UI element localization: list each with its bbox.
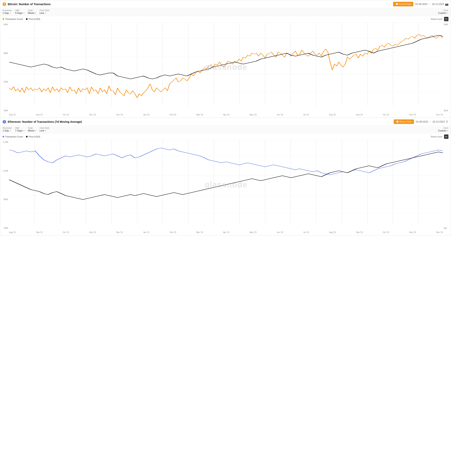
chart2-resolution-select[interactable]: 1 Day ▼ [3, 129, 12, 132]
chart1-date-from: 01-08-2022 [415, 3, 427, 6]
chart1-camera-btn[interactable]: 📷 [444, 17, 448, 21]
x2-aug22: Aug '22 [9, 231, 16, 233]
chart1-style-value: Line [39, 12, 44, 14]
chart2-date-to: 16-12-2023 [432, 120, 445, 123]
chart2-sma-group: SMA 7 Days ▼ [15, 127, 25, 132]
chart2-area: 1.14M 1.02M 900K 780K $1k Aug '22 Sep '2… [0, 140, 451, 235]
calendar-icon[interactable]: 📷 [445, 3, 448, 6]
chart1-style-group: Chart Style Line ▼ [39, 9, 49, 14]
chart1-scale-select[interactable]: Mixed ▼ [28, 12, 37, 14]
chart1-sma-select[interactable]: 0 Days ▼ [15, 12, 25, 14]
chart1-controls: Resolution 1 Day ▼ SMA 0 Days ▼ Scale Mi… [0, 8, 451, 16]
eth-icon: Ξ [3, 120, 6, 124]
chart1-scale-group: Scale Mixed ▼ [28, 9, 37, 14]
chart2-header: Ξ Ethereum: Number of Transactions (7d M… [0, 118, 451, 126]
chart1-resolution-select[interactable]: 1 Day ▼ [3, 12, 12, 14]
chart1-zoom-value: Custom [438, 12, 446, 14]
x2-dec22: Dec '22 [116, 231, 123, 233]
chart2-y-102m: 1.02M [3, 170, 8, 172]
chart2-price-dot [26, 136, 28, 138]
chart2-style-label: Chart Style [39, 127, 49, 129]
chart2-recent-data-btn[interactable]: 🕐 Recent Data [394, 119, 414, 124]
x-sep23: Sep '23 [356, 114, 363, 116]
chart2-date-from: 01-08-2022 [416, 120, 428, 123]
x-dec23: Dec '23 [436, 114, 443, 116]
chart2-scale-value: Mixed [28, 129, 34, 132]
calendar2-icon[interactable]: 🗓 [446, 120, 448, 123]
chart1-zoom-control: Zoom Custom ▼ [438, 9, 448, 14]
chart1-svg-area: glassnode [9, 22, 443, 112]
x2-may23: May '23 [250, 231, 257, 233]
x-jun23: Jun '23 [277, 114, 283, 116]
x2-mar23: Mar '23 [196, 231, 203, 233]
x2-oct23: Oct '23 [383, 231, 389, 233]
chart1-tx-label: Transaction Count [5, 18, 23, 20]
chart2-scale-group: Scale Mixed ▼ [28, 127, 37, 132]
chart2-resolution-value: 1 Day [3, 129, 9, 132]
chart2-tx-dot [3, 136, 4, 138]
chart1-price-dot [26, 18, 28, 20]
x2-apr23: Apr '23 [223, 231, 229, 233]
x2-dec23: Dec '23 [436, 231, 443, 233]
chart1-sma-label: SMA [15, 9, 25, 12]
chart2-style-chevron-icon: ▼ [45, 130, 46, 132]
chart1-y-10k: $10k [444, 109, 448, 112]
chart2-sma-value: 7 Days [15, 129, 22, 132]
chart1-scale-label: Scale [28, 9, 37, 12]
chart2-zoom-select[interactable]: Custom ▼ [438, 129, 448, 132]
chart1-recent-data-btn[interactable]: 🕐 Recent Data [393, 2, 413, 6]
chart2-zoom-label: Zoom [443, 127, 448, 129]
x2-jan23: Jan '23 [143, 231, 149, 233]
chart2-x-axis: Aug '22 Sep '22 Oct '22 Nov '22 Dec '22 … [9, 229, 443, 235]
chart1-price-label: Price [USD] [29, 18, 40, 20]
chart1-y-640k: 640K [4, 23, 8, 25]
x2-aug23: Aug '23 [329, 231, 336, 233]
chart1-area: 640K 480K 320K 160K $40k $10k Aug '22 Se… [0, 22, 451, 118]
chart1-scale-value: Mixed [28, 12, 34, 14]
chart1-controls-left: Resolution 1 Day ▼ SMA 0 Days ▼ Scale Mi… [3, 9, 49, 14]
chart1-tx-dot [3, 18, 4, 20]
x-nov23: Nov '23 [409, 114, 416, 116]
x2-oct22: Oct '22 [63, 231, 69, 233]
x-feb23: Feb '23 [169, 114, 176, 116]
chart2-style-group: Chart Style Line ▼ [39, 127, 49, 132]
x-jul23: Jul '23 [303, 114, 309, 116]
chart1-header-right: 🕐 Recent Data 01-08-2022 → 16-12-2023 📷 [393, 2, 448, 6]
chart1-zoom-select[interactable]: Custom ▼ [438, 12, 448, 14]
chart2-sma-select[interactable]: 7 Days ▼ [15, 129, 25, 132]
chart2-sma-label: SMA [15, 127, 25, 129]
chart1-title-area: ₿ Bitcoin: Number of Transactions [3, 2, 50, 6]
chart2-date-range: 01-08-2022 → 16-12-2023 🗓 [416, 120, 448, 123]
chart1-svg [9, 22, 443, 112]
x-mar23: Mar '23 [196, 114, 203, 116]
chart2-style-select[interactable]: Line ▼ [39, 129, 49, 132]
chart1-resolution-label: Resolution [3, 9, 12, 12]
chart1-sma-group: SMA 0 Days ▼ [15, 9, 25, 14]
chart2-zoom-chevron-icon: ▼ [447, 130, 448, 132]
chart2-price-label: Price [USD] [29, 135, 40, 138]
x2-nov22: Nov '22 [89, 231, 96, 233]
chart2-camera-btn[interactable]: 📷 [444, 134, 448, 139]
chart2-resolution-label: Resolution [3, 127, 12, 129]
chart1-x-axis: Aug '22 Sep '22 Oct '22 Nov '22 Dec '22 … [9, 112, 443, 118]
chart1-reset-zoom[interactable]: Reset zoom 📷 [431, 17, 448, 21]
resolution-chevron-icon: ▼ [9, 12, 11, 14]
chart1-style-select[interactable]: Line ▼ [39, 12, 49, 14]
chart2-date-arrow: → [429, 120, 432, 123]
x2-sep22: Sep '22 [36, 231, 43, 233]
chart2-scale-select[interactable]: Mixed ▼ [28, 129, 37, 132]
chart1-date-arrow: → [429, 3, 431, 6]
chart2-resolution-group: Resolution 1 Day ▼ [3, 127, 12, 132]
chart2-resolution-chevron-icon: ▼ [9, 130, 11, 132]
chart2-style-value: Line [39, 129, 44, 132]
chart2-reset-zoom[interactable]: Reset zoom 📷 [431, 134, 448, 139]
x-aug22: Aug '22 [9, 114, 16, 116]
x2-feb23: Feb '23 [169, 231, 176, 233]
chart2-y-1k: $1k [444, 227, 447, 229]
chart2-scale-chevron-icon: ▼ [35, 130, 37, 132]
chart1-style-label: Chart Style [39, 9, 49, 12]
chart1-y-480k: 480K [4, 52, 8, 54]
x-jan23: Jan '23 [143, 114, 149, 116]
chart1-zoom-label: Zoom [443, 9, 448, 12]
chart2-y-900k: 900K [4, 198, 8, 200]
